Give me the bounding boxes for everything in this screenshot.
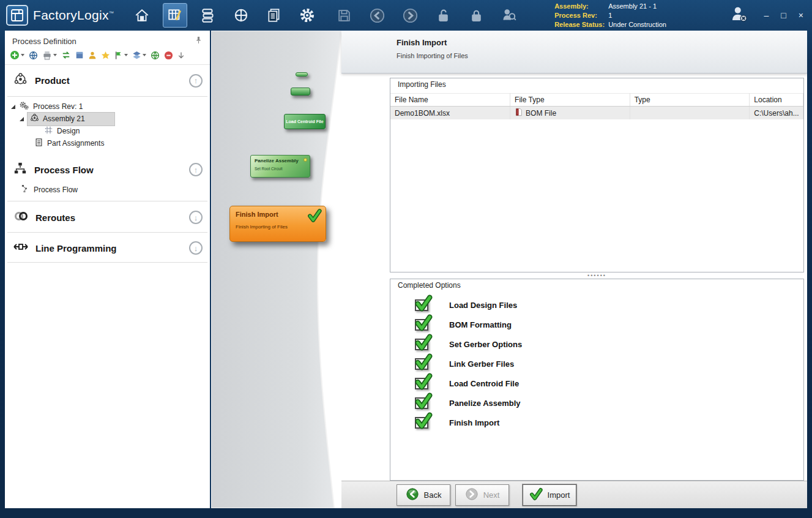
factorylogix-logo-icon — [6, 5, 28, 26]
expander-icon[interactable] — [20, 117, 24, 121]
column-type[interactable]: Type — [630, 94, 750, 107]
check-icon — [307, 208, 322, 223]
completed-options-title: Completed Options — [395, 281, 463, 290]
tree-item-label: Assembly 21 — [43, 114, 85, 123]
web-icon[interactable] — [151, 51, 160, 60]
flag-icon[interactable] — [114, 51, 128, 60]
line-programming-section-header[interactable]: Line Programming ↓ — [5, 234, 210, 261]
reroutes-section-header[interactable]: Reroutes ↓ — [5, 203, 210, 231]
release-audit-icon[interactable] — [497, 3, 521, 28]
reroutes-expand-button[interactable]: ↓ — [189, 211, 203, 224]
package-icon[interactable] — [75, 51, 84, 59]
link-globe-icon[interactable] — [29, 51, 38, 60]
trademark: ™ — [109, 10, 114, 16]
user-status-icon[interactable] — [729, 5, 748, 26]
process-flow-section-header[interactable]: Process Flow ↑ — [5, 154, 210, 184]
tree-item-design[interactable]: Design — [5, 125, 210, 137]
flow-node-panelize-assembly[interactable]: Panelize Assembly Set Root Circuit — [250, 155, 310, 178]
wizard-button-bar: Back Next Import — [341, 481, 807, 508]
product-icon — [13, 72, 28, 89]
flow-node-load-centroid[interactable]: Load Centroid File — [284, 114, 326, 129]
completed-option: Load Design Files — [415, 295, 803, 315]
check-icon — [415, 339, 428, 350]
documents-icon[interactable] — [262, 3, 286, 28]
next-button[interactable]: Next — [455, 484, 509, 506]
product-section-header[interactable]: Product ↑ — [5, 65, 210, 95]
tree-item-part-assignments[interactable]: Part Assignments — [5, 137, 210, 149]
release-status-label: Release Status: — [554, 20, 608, 29]
secondary-toolbar — [332, 3, 521, 28]
tree-item-process-flow[interactable]: Process Flow — [5, 184, 210, 196]
forward-circle-icon[interactable] — [398, 3, 422, 28]
line-programming-expand-button[interactable]: ↓ — [189, 241, 203, 255]
sync-arrows-icon[interactable] — [61, 51, 71, 59]
check-icon — [415, 299, 428, 311]
table-row[interactable]: Demo1BOM.xlsx BOM File C:\Users\ah... — [390, 107, 803, 120]
lock-icon[interactable] — [464, 3, 488, 28]
importing-files-title: Importing Files — [395, 80, 449, 89]
column-file-type[interactable]: File Type — [510, 94, 630, 107]
print-button[interactable] — [42, 51, 57, 60]
navigator-compass-icon[interactable] — [229, 3, 253, 28]
tree-item-assembly[interactable]: Assembly 21 — [5, 113, 210, 125]
import-button[interactable]: Import — [523, 484, 576, 506]
completed-option: Load Centroid File — [415, 373, 803, 393]
add-button[interactable] — [10, 50, 24, 60]
wizard-header: Finish Import Finish Importing of Files — [341, 31, 807, 73]
assembly-info: Assembly:Assembly 21 - 1 Process Rev:1 R… — [554, 2, 666, 29]
panel-splitter[interactable]: •••••• — [390, 272, 804, 279]
process-flow-icon — [13, 162, 27, 178]
minimize-button[interactable]: – — [764, 10, 769, 20]
cell-file-name[interactable]: Demo1BOM.xlsx — [390, 107, 510, 120]
home-icon[interactable] — [130, 3, 154, 28]
check-icon — [415, 358, 428, 370]
tree-item-label: Process Rev: 1 — [33, 102, 83, 111]
option-label: Load Design Files — [449, 301, 517, 310]
option-label: Load Centroid File — [449, 379, 519, 388]
wizard-subtitle: Finish Importing of Files — [397, 52, 807, 59]
maximize-button[interactable]: □ — [781, 10, 786, 20]
flow-node-finish-import[interactable]: Finish Import Finish Importing of Files — [229, 206, 326, 242]
assembly-value: Assembly 21 - 1 — [608, 2, 657, 11]
unlock-icon[interactable] — [431, 3, 455, 28]
flow-node-small-1[interactable] — [296, 72, 308, 77]
bom-file-icon — [515, 108, 523, 118]
process-definition-icon[interactable] — [163, 3, 187, 28]
completed-option: Link Gerber Files — [415, 354, 803, 373]
product-collapse-button[interactable]: ↑ — [189, 74, 203, 88]
back-button[interactable]: Back — [397, 484, 450, 506]
app-logo: FactoryLogix™ — [6, 5, 114, 26]
cell-location[interactable]: C:\Users\ah... — [750, 107, 803, 120]
materials-stack-icon[interactable] — [196, 3, 220, 28]
remove-button[interactable] — [164, 51, 173, 60]
pin-icon[interactable] — [195, 36, 203, 46]
cell-file-type[interactable]: BOM File — [510, 107, 630, 120]
option-label: Set Gerber Options — [449, 340, 522, 349]
back-circle-icon[interactable] — [365, 3, 389, 28]
settings-gear-icon[interactable] — [295, 3, 319, 28]
check-icon — [415, 397, 428, 409]
panel-title: Process Definition — [12, 37, 76, 46]
release-status-value: Under Construction — [608, 20, 666, 29]
column-file-name[interactable]: File Name — [390, 94, 510, 107]
column-location[interactable]: Location — [750, 94, 803, 107]
expander-icon[interactable] — [11, 105, 15, 109]
tree-item-process-rev[interactable]: Process Rev: 1 — [5, 100, 210, 113]
save-icon[interactable] — [332, 3, 356, 28]
flow-node-subtitle: Finish Importing of Files — [236, 224, 320, 230]
cell-type[interactable] — [630, 107, 750, 120]
process-flow-collapse-button[interactable]: ↑ — [189, 163, 203, 176]
close-button[interactable]: × — [799, 10, 803, 20]
completed-option: Finish Import — [415, 413, 803, 432]
selected-tree-item[interactable]: Assembly 21 — [28, 113, 114, 126]
user-icon[interactable] — [88, 51, 97, 59]
collapse-icon[interactable] — [177, 51, 185, 59]
wizard-flow-strip — [211, 31, 352, 508]
window-controls: – □ × — [764, 10, 803, 20]
flow-node-small-2[interactable] — [291, 88, 310, 96]
favorites-star-icon[interactable] — [101, 51, 110, 60]
check-icon — [415, 417, 428, 429]
layers-icon[interactable] — [132, 51, 146, 59]
back-arrow-icon — [406, 487, 419, 503]
completed-option: Set Gerber Options — [415, 334, 803, 354]
